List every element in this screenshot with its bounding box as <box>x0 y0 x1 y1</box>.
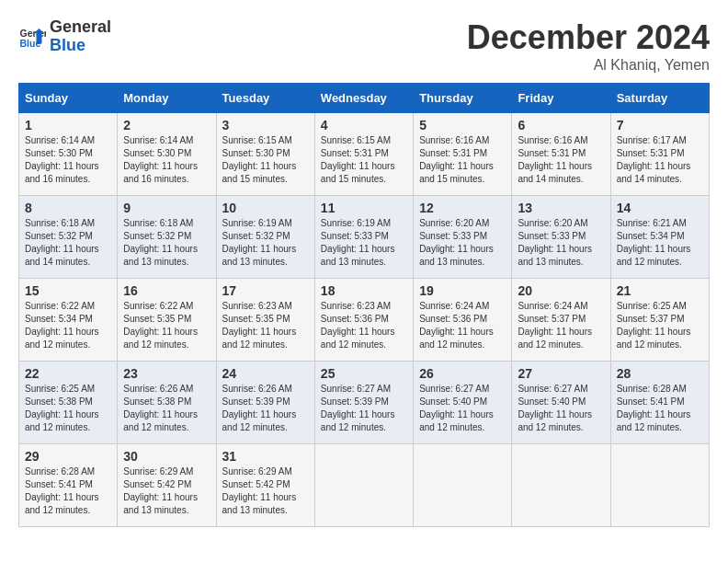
day-number: 18 <box>321 283 407 298</box>
day-number: 7 <box>617 118 703 132</box>
day-number: 31 <box>222 449 309 464</box>
cell-info: Sunrise: 6:29 AM Sunset: 5:42 PM Dayligh… <box>222 465 309 517</box>
cell-info: Sunrise: 6:19 AM Sunset: 5:33 PM Dayligh… <box>321 217 407 269</box>
cell-info: Sunrise: 6:19 AM Sunset: 5:32 PM Dayligh… <box>222 217 309 269</box>
col-header-sunday: Sunday <box>19 84 118 113</box>
day-number: 6 <box>518 118 604 132</box>
calendar-cell: 8 Sunrise: 6:18 AM Sunset: 5:32 PM Dayli… <box>19 196 118 279</box>
calendar-cell: 31 Sunrise: 6:29 AM Sunset: 5:42 PM Dayl… <box>216 444 314 527</box>
day-number: 24 <box>222 366 309 381</box>
cell-info: Sunrise: 6:23 AM Sunset: 5:35 PM Dayligh… <box>222 300 309 351</box>
week-row-5: 29 Sunrise: 6:28 AM Sunset: 5:41 PM Dayl… <box>19 444 710 527</box>
calendar-cell: 1 Sunrise: 6:14 AM Sunset: 5:30 PM Dayli… <box>19 113 118 196</box>
cell-info: Sunrise: 6:18 AM Sunset: 5:32 PM Dayligh… <box>25 217 111 269</box>
day-number: 29 <box>25 449 111 464</box>
day-number: 27 <box>518 366 604 381</box>
cell-info: Sunrise: 6:15 AM Sunset: 5:30 PM Dayligh… <box>222 134 309 186</box>
calendar-cell: 20 Sunrise: 6:24 AM Sunset: 5:37 PM Dayl… <box>512 279 610 362</box>
col-header-friday: Friday <box>512 84 610 113</box>
col-header-saturday: Saturday <box>610 84 709 113</box>
title-section: December 2024 Al Khaniq, Yemen <box>467 18 710 74</box>
calendar-cell <box>610 444 709 527</box>
calendar-cell: 10 Sunrise: 6:19 AM Sunset: 5:32 PM Dayl… <box>216 196 314 279</box>
col-header-wednesday: Wednesday <box>314 84 413 113</box>
logo-icon: General Blue <box>18 23 46 51</box>
month-title: December 2024 <box>467 18 710 57</box>
cell-info: Sunrise: 6:22 AM Sunset: 5:34 PM Dayligh… <box>25 300 111 351</box>
calendar-cell: 9 Sunrise: 6:18 AM Sunset: 5:32 PM Dayli… <box>118 196 216 279</box>
calendar-cell: 12 Sunrise: 6:20 AM Sunset: 5:33 PM Dayl… <box>414 196 512 279</box>
cell-info: Sunrise: 6:27 AM Sunset: 5:40 PM Dayligh… <box>518 383 604 434</box>
day-number: 20 <box>518 283 604 298</box>
week-row-3: 15 Sunrise: 6:22 AM Sunset: 5:34 PM Dayl… <box>19 279 710 362</box>
day-number: 19 <box>419 283 506 298</box>
day-number: 3 <box>222 118 309 132</box>
day-number: 5 <box>419 118 506 132</box>
calendar-cell: 30 Sunrise: 6:29 AM Sunset: 5:42 PM Dayl… <box>118 444 216 527</box>
calendar-cell <box>512 444 610 527</box>
calendar-cell: 15 Sunrise: 6:22 AM Sunset: 5:34 PM Dayl… <box>19 279 118 362</box>
week-row-4: 22 Sunrise: 6:25 AM Sunset: 5:38 PM Dayl… <box>19 362 710 444</box>
calendar-cell: 5 Sunrise: 6:16 AM Sunset: 5:31 PM Dayli… <box>414 113 512 196</box>
col-header-thursday: Thursday <box>414 84 512 113</box>
calendar-cell: 22 Sunrise: 6:25 AM Sunset: 5:38 PM Dayl… <box>19 362 118 444</box>
week-row-1: 1 Sunrise: 6:14 AM Sunset: 5:30 PM Dayli… <box>19 113 710 196</box>
cell-info: Sunrise: 6:20 AM Sunset: 5:33 PM Dayligh… <box>419 217 506 269</box>
cell-info: Sunrise: 6:26 AM Sunset: 5:39 PM Dayligh… <box>222 383 309 434</box>
cell-info: Sunrise: 6:15 AM Sunset: 5:31 PM Dayligh… <box>321 134 407 186</box>
day-number: 30 <box>123 449 210 464</box>
page-header: General Blue General Blue December 2024 … <box>18 18 710 74</box>
day-number: 4 <box>321 118 407 132</box>
calendar-cell <box>414 444 512 527</box>
calendar-cell: 17 Sunrise: 6:23 AM Sunset: 5:35 PM Dayl… <box>216 279 314 362</box>
day-number: 1 <box>25 118 111 132</box>
day-number: 2 <box>123 118 210 132</box>
cell-info: Sunrise: 6:21 AM Sunset: 5:34 PM Dayligh… <box>617 217 703 269</box>
calendar-cell: 14 Sunrise: 6:21 AM Sunset: 5:34 PM Dayl… <box>610 196 709 279</box>
calendar-header-row: SundayMondayTuesdayWednesdayThursdayFrid… <box>19 84 710 113</box>
calendar-cell: 23 Sunrise: 6:26 AM Sunset: 5:38 PM Dayl… <box>118 362 216 444</box>
day-number: 11 <box>321 201 407 215</box>
calendar-cell: 11 Sunrise: 6:19 AM Sunset: 5:33 PM Dayl… <box>314 196 413 279</box>
day-number: 17 <box>222 283 309 298</box>
cell-info: Sunrise: 6:24 AM Sunset: 5:37 PM Dayligh… <box>518 300 604 351</box>
calendar-cell: 3 Sunrise: 6:15 AM Sunset: 5:30 PM Dayli… <box>216 113 314 196</box>
calendar-cell: 21 Sunrise: 6:25 AM Sunset: 5:37 PM Dayl… <box>610 279 709 362</box>
cell-info: Sunrise: 6:20 AM Sunset: 5:33 PM Dayligh… <box>518 217 604 269</box>
cell-info: Sunrise: 6:22 AM Sunset: 5:35 PM Dayligh… <box>123 300 210 351</box>
day-number: 21 <box>617 283 703 298</box>
calendar-cell: 26 Sunrise: 6:27 AM Sunset: 5:40 PM Dayl… <box>414 362 512 444</box>
logo-blue: Blue <box>50 37 111 55</box>
cell-info: Sunrise: 6:18 AM Sunset: 5:32 PM Dayligh… <box>123 217 210 269</box>
calendar-cell: 19 Sunrise: 6:24 AM Sunset: 5:36 PM Dayl… <box>414 279 512 362</box>
cell-info: Sunrise: 6:27 AM Sunset: 5:39 PM Dayligh… <box>321 383 407 434</box>
cell-info: Sunrise: 6:16 AM Sunset: 5:31 PM Dayligh… <box>518 134 604 186</box>
day-number: 13 <box>518 201 604 215</box>
calendar-cell: 27 Sunrise: 6:27 AM Sunset: 5:40 PM Dayl… <box>512 362 610 444</box>
cell-info: Sunrise: 6:27 AM Sunset: 5:40 PM Dayligh… <box>419 383 506 434</box>
cell-info: Sunrise: 6:28 AM Sunset: 5:41 PM Dayligh… <box>25 465 111 517</box>
day-number: 23 <box>123 366 210 381</box>
cell-info: Sunrise: 6:17 AM Sunset: 5:31 PM Dayligh… <box>617 134 703 186</box>
calendar-cell: 18 Sunrise: 6:23 AM Sunset: 5:36 PM Dayl… <box>314 279 413 362</box>
cell-info: Sunrise: 6:23 AM Sunset: 5:36 PM Dayligh… <box>321 300 407 351</box>
day-number: 9 <box>123 201 210 215</box>
logo: General Blue General Blue <box>18 18 111 55</box>
calendar-cell: 29 Sunrise: 6:28 AM Sunset: 5:41 PM Dayl… <box>19 444 118 527</box>
cell-info: Sunrise: 6:14 AM Sunset: 5:30 PM Dayligh… <box>123 134 210 186</box>
cell-info: Sunrise: 6:24 AM Sunset: 5:36 PM Dayligh… <box>419 300 506 351</box>
day-number: 26 <box>419 366 506 381</box>
calendar-cell: 6 Sunrise: 6:16 AM Sunset: 5:31 PM Dayli… <box>512 113 610 196</box>
location: Al Khaniq, Yemen <box>467 57 710 74</box>
day-number: 8 <box>25 201 111 215</box>
calendar-cell: 4 Sunrise: 6:15 AM Sunset: 5:31 PM Dayli… <box>314 113 413 196</box>
day-number: 22 <box>25 366 111 381</box>
col-header-tuesday: Tuesday <box>216 84 314 113</box>
day-number: 16 <box>123 283 210 298</box>
cell-info: Sunrise: 6:29 AM Sunset: 5:42 PM Dayligh… <box>123 465 210 517</box>
day-number: 15 <box>25 283 111 298</box>
day-number: 10 <box>222 201 309 215</box>
calendar-cell: 7 Sunrise: 6:17 AM Sunset: 5:31 PM Dayli… <box>610 113 709 196</box>
calendar-cell: 28 Sunrise: 6:28 AM Sunset: 5:41 PM Dayl… <box>610 362 709 444</box>
logo-general: General <box>50 18 111 37</box>
